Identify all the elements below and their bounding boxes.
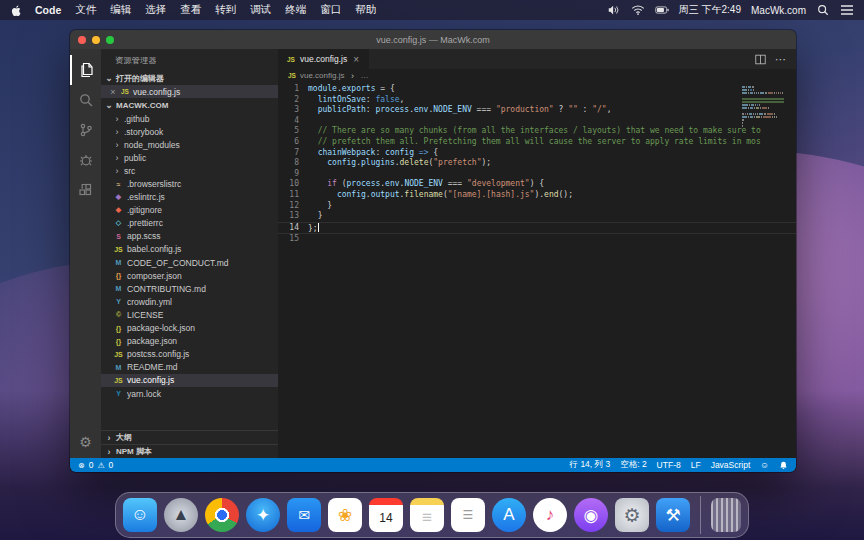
feedback-smiley-icon[interactable]: ☺ [760,460,769,470]
status-item[interactable]: 行 14, 列 3 [570,459,611,471]
dock-trash[interactable] [711,498,741,532]
code-editor[interactable]: 1module.exports = {2 lintOnSave: false,3… [278,82,796,458]
dock-xcode[interactable]: ⚒ [656,498,690,532]
file-package-lock.json[interactable]: {}package-lock.json [101,322,278,335]
dock-photos[interactable]: ❀ [328,498,362,532]
manage-gear-icon[interactable]: ⚙ [70,434,101,450]
code-line-10[interactable]: 10 if (process.env.NODE_ENV === "develop… [278,179,796,190]
apple-logo-icon[interactable] [10,4,23,17]
zoom-window-button[interactable] [106,36,114,44]
debug-icon[interactable] [70,145,101,175]
open-editors-section[interactable]: ⌄ 打开的编辑器 [101,71,278,85]
code-line-11[interactable]: 11 config.output.filename("[name].[hash]… [278,190,796,201]
dock-notes[interactable]: ≡ [410,498,444,532]
search-icon[interactable] [70,85,101,115]
close-tab-icon[interactable]: × [352,54,360,65]
spotlight-search-icon[interactable] [816,4,830,16]
notifications-bell-icon[interactable] [779,461,788,470]
volume-icon[interactable] [607,4,621,16]
code-line-8[interactable]: 8 config.plugins.delete("prefetch"); [278,158,796,169]
file-.gitignore[interactable]: ◆.gitignore [101,204,278,217]
status-item[interactable]: UTF-8 [657,460,681,470]
menubar-clock[interactable]: 周三 下午2:49 [679,3,741,17]
dock-calendar[interactable]: 14 [369,498,403,532]
close-window-button[interactable] [78,36,86,44]
status-item[interactable]: 空格: 2 [620,459,646,471]
file-LICENSE[interactable]: ©LICENSE [101,308,278,321]
open-editor-item[interactable]: × JS vue.config.js [101,85,278,98]
dock-chrome[interactable] [205,498,239,532]
tab-vue-config-js[interactable]: JS vue.config.js × [278,49,370,69]
file-.prettierrc[interactable]: ◇.prettierrc [101,217,278,230]
source-control-icon[interactable] [70,115,101,145]
file-.eslintrc.js[interactable]: ◈.eslintrc.js [101,191,278,204]
more-actions-icon[interactable]: ⋯ [775,53,787,66]
minimap[interactable] [742,86,788,131]
file-public[interactable]: ›public [101,151,278,164]
menubar-item-调试[interactable]: 调试 [250,3,271,17]
file-CONTRIBUTING.md[interactable]: MCONTRIBUTING.md [101,282,278,295]
menubar-item-帮助[interactable]: 帮助 [355,3,376,17]
split-editor-icon[interactable] [755,54,766,65]
dock-music[interactable]: ♪ [533,498,567,532]
dock-app-store[interactable]: A [492,498,526,532]
minimize-window-button[interactable] [92,36,100,44]
notification-center-icon[interactable] [840,4,854,16]
menubar-item-查看[interactable]: 查看 [180,3,201,17]
breadcrumb-file[interactable]: vue.config.js [300,71,344,80]
menubar-app-name[interactable]: Code [35,4,61,16]
menubar-item-转到[interactable]: 转到 [215,3,236,17]
code-line-5[interactable]: 5 // There are so many chunks (from all … [278,126,796,137]
file-crowdin.yml[interactable]: Ycrowdin.yml [101,295,278,308]
code-line-14[interactable]: 14}; [278,222,796,235]
battery-icon[interactable] [655,4,669,16]
code-line-6[interactable]: 6 // prefetch them all. Prefetching them… [278,137,796,148]
wifi-icon[interactable] [631,4,645,16]
code-line-13[interactable]: 13 } [278,211,796,222]
code-line-12[interactable]: 12 } [278,201,796,212]
code-line-9[interactable]: 9 [278,169,796,180]
file-node_modules[interactable]: ›node_modules [101,138,278,151]
dock-reminders[interactable]: ☰ [451,498,485,532]
file-.storybook[interactable]: ›.storybook [101,125,278,138]
code-line-1[interactable]: 1module.exports = { [278,84,796,95]
file-.browserslistrc[interactable]: ≈.browserslistrc [101,177,278,190]
dock-launchpad[interactable]: ▲ [164,498,198,532]
breadcrumb[interactable]: JS vue.config.js › … [278,69,796,82]
dock-finder[interactable]: ☺ [123,498,157,532]
file-.github[interactable]: ›.github [101,112,278,125]
window-titlebar[interactable]: vue.config.js — MacWk.com [70,30,796,49]
root-folder-section[interactable]: ⌄ MACWK.COM [101,98,278,112]
file-babel.config.js[interactable]: JSbabel.config.js [101,243,278,256]
status-item[interactable]: LF [691,460,701,470]
close-icon[interactable]: × [109,87,117,97]
breadcrumb-symbol[interactable]: … [360,71,368,80]
code-line-4[interactable]: 4 [278,116,796,127]
file-CODE_OF_CONDUCT.md[interactable]: MCODE_OF_CONDUCT.md [101,256,278,269]
extensions-icon[interactable] [70,175,101,205]
dock-podcasts[interactable]: ◉ [574,498,608,532]
menubar-item-窗口[interactable]: 窗口 [320,3,341,17]
file-README.md[interactable]: MREADME.md [101,361,278,374]
file-src[interactable]: ›src [101,164,278,177]
code-line-15[interactable]: 15 [278,234,796,245]
sidebar-section-NPM 脚本[interactable]: ›NPM 脚本 [101,444,278,458]
status-item[interactable]: JavaScript [711,460,751,470]
explorer-icon[interactable] [70,55,101,85]
code-line-7[interactable]: 7 chainWebpack: config => { [278,148,796,159]
code-line-3[interactable]: 3 publicPath: process.env.NODE_ENV === "… [278,105,796,116]
menubar-item-选择[interactable]: 选择 [145,3,166,17]
file-yarn.lock[interactable]: Yyarn.lock [101,387,278,400]
file-vue.config.js[interactable]: JSvue.config.js [101,374,278,387]
problems-indicator[interactable]: ⊗ 0 ⚠ 0 [78,460,113,470]
file-app.scss[interactable]: Sapp.scss [101,230,278,243]
menubar-item-编辑[interactable]: 编辑 [110,3,131,17]
dock-safari[interactable]: ✦ [246,498,280,532]
dock-mail[interactable]: ✉ [287,498,321,532]
code-line-2[interactable]: 2 lintOnSave: false, [278,95,796,106]
menubar-item-终端[interactable]: 终端 [285,3,306,17]
sidebar-section-大纲[interactable]: ›大纲 [101,430,278,444]
file-composer.json[interactable]: {}composer.json [101,269,278,282]
file-postcss.config.js[interactable]: JSpostcss.config.js [101,348,278,361]
menubar-item-文件[interactable]: 文件 [75,3,96,17]
